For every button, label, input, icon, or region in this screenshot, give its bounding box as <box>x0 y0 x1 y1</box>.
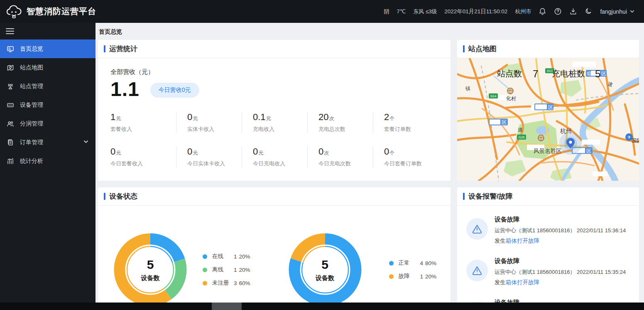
collapse-menu-icon[interactable] <box>6 27 14 36</box>
svg-text:G25: G25 <box>518 135 525 139</box>
sidebar-item-site-management[interactable]: 站点管理 <box>0 77 95 96</box>
stat-value: 0 <box>187 146 192 157</box>
svg-text:区: 区 <box>586 148 591 154</box>
stat-value: 1 <box>110 112 115 122</box>
expand-chevron-icon[interactable] <box>83 139 89 146</box>
stat-cell: 20次 充电总次数 <box>307 112 373 133</box>
card-header: 设备报警/故障 <box>457 187 639 206</box>
fault-type-link[interactable]: 箱体打开故障 <box>506 238 539 244</box>
legend-dot <box>203 254 207 259</box>
sidebar-item-label: 站点管理 <box>20 83 43 90</box>
stat-value: 0 <box>110 146 115 157</box>
stat-label: 套餐订单数 <box>384 125 438 133</box>
legend-item-fault[interactable]: 故障 1 20% <box>389 273 437 280</box>
dark-mode-moon-icon[interactable] <box>585 7 593 15</box>
stat-unit: 元 <box>258 150 263 156</box>
user-menu[interactable]: fangjunhui <box>600 8 635 15</box>
device-status-card: 设备状态 5 设备数 在线 <box>98 187 451 310</box>
svg-text:化村: 化村 <box>506 96 516 101</box>
sidebar-item-label: 首页总览 <box>20 45 43 53</box>
download-icon[interactable] <box>569 7 577 15</box>
sidebar-item-device-management[interactable]: 设备管理 <box>0 96 95 114</box>
stat-cell: 1元 套餐收入 <box>110 112 176 133</box>
legend: 正常 4 80% 故障 1 20% <box>389 259 437 280</box>
legend: 在线 1 20% 离线 1 20% <box>203 253 250 287</box>
fault-type-link[interactable]: 箱体打开故障 <box>506 279 539 285</box>
sidebar-item-label: 统计分析 <box>20 157 43 165</box>
sidebar-item-site-map[interactable]: 站点地图 <box>0 58 95 77</box>
stat-unit: 次 <box>329 116 334 121</box>
stat-value: 0 <box>318 146 323 157</box>
sidebar-item-label: 分润管理 <box>20 120 43 128</box>
total-revenue-value: 1.1 <box>110 79 140 99</box>
donut-center-label: 设备数 <box>316 274 334 282</box>
alert-title: 设备故障 <box>495 257 626 265</box>
stat-value: 0 <box>187 112 192 122</box>
donut-center: 5 设备数 <box>114 233 187 306</box>
bottom-bar <box>0 303 644 310</box>
alert-item: 设备故障 运营中心（测试1 18560001816） 2022/01/11 15… <box>466 216 632 245</box>
operation-stats-body: 全部营收（元） 1.1 今日营收0元 1元 套餐收入 0元 实体卡收入 <box>98 58 451 167</box>
device-alerts-card: 设备报警/故障 设备故障 运营中心（测试1 18560001816） 2022/… <box>457 187 639 310</box>
sidebar-item-order-management[interactable]: 订单管理 <box>0 133 95 152</box>
sidebar-item-home-overview[interactable]: 首页总览 <box>0 39 95 58</box>
notification-bell-icon[interactable] <box>539 7 546 15</box>
sidebar-item-statistics[interactable]: 统计分析 <box>0 152 95 170</box>
donut-chart-health: 5 设备数 <box>289 233 362 306</box>
username: fangjunhui <box>600 8 627 15</box>
svg-text:区: 区 <box>601 71 606 76</box>
stat-cell: 0元 今日充电收入 <box>242 146 307 167</box>
sidebar-item-profit-management[interactable]: 分润管理 <box>0 114 95 133</box>
city-map[interactable]: 镇 临 区 区 区 区 <box>457 58 639 181</box>
stat-label: 充电总次数 <box>318 125 373 133</box>
app-screen: 智慧消防运营平台 阴 7℃ 东风 ≤3级 2022年01月21日11:50:02… <box>0 0 644 310</box>
alert-description: 发生箱体打开故障 <box>495 279 626 286</box>
svg-text:风景名胜区: 风景名胜区 <box>534 148 562 154</box>
alert-content: 设备故障 运营中心（测试1 18560001816） 2022/01/11 15… <box>495 257 626 286</box>
title-accent-bar <box>104 45 105 52</box>
sidebar: 首页总览 站点地图 站点管理 设备管理 分润管理 <box>0 23 95 310</box>
svg-text:速: 速 <box>518 127 523 133</box>
stat-value: 0.1 <box>253 112 266 122</box>
svg-text:✈: ✈ <box>627 135 631 140</box>
donut-chart-connectivity: 5 设备数 <box>114 233 187 306</box>
stat-label: 今日套餐订单数 <box>384 160 438 167</box>
legend-dot <box>203 281 207 285</box>
stat-unit: 元 <box>193 116 198 121</box>
card-header: 设备状态 <box>98 187 451 206</box>
stat-label: 充电收入 <box>253 125 307 133</box>
sidebar-collapse-row <box>0 23 95 39</box>
legend-item-unregistered[interactable]: 未注册 3 60% <box>203 279 250 287</box>
stat-cell: 0元 实体卡收入 <box>176 112 242 133</box>
warning-triangle-icon <box>466 260 488 281</box>
svg-text:区: 区 <box>502 119 507 125</box>
svg-text:7: 7 <box>533 68 538 79</box>
stat-label: 今日套餐收入 <box>110 160 176 167</box>
stat-label: 今日实体卡收入 <box>187 160 242 167</box>
datetime: 2022年01月21日11:50:02 <box>444 8 507 15</box>
legend-dot <box>389 274 394 279</box>
svg-text:5: 5 <box>595 68 600 79</box>
donut-group-health: 5 设备数 正常 4 80% <box>276 233 451 306</box>
title-accent-bar <box>104 193 105 200</box>
svg-text:站点数: 站点数 <box>497 69 522 78</box>
svg-text:S14: S14 <box>490 94 497 98</box>
stat-cell: 0元 今日实体卡收入 <box>176 146 242 167</box>
card-title: 设备报警/故障 <box>468 192 513 201</box>
stat-label: 套餐收入 <box>110 125 176 133</box>
stat-label: 今日充电收入 <box>253 160 307 167</box>
orders-icon <box>7 139 14 146</box>
legend-item-online[interactable]: 在线 1 20% <box>203 253 250 260</box>
stat-value: 0 <box>253 146 258 157</box>
legend-item-offline[interactable]: 离线 1 20% <box>203 266 250 273</box>
stat-value: 2 <box>384 112 389 122</box>
total-revenue-label: 全部营收（元） <box>110 68 451 76</box>
stat-cell: 0.1元 充电收入 <box>242 112 307 133</box>
help-icon[interactable] <box>554 7 562 15</box>
donut-center-value: 5 <box>321 258 328 272</box>
alert-meta: 运营中心（测试1 18560001816） 2022/01/11 15:36:1… <box>495 227 626 234</box>
temperature: 7℃ <box>397 8 406 15</box>
legend-item-normal[interactable]: 正常 4 80% <box>389 259 437 267</box>
dashboard-icon <box>7 45 14 53</box>
wind-info: 东风 ≤3级 <box>413 8 437 15</box>
